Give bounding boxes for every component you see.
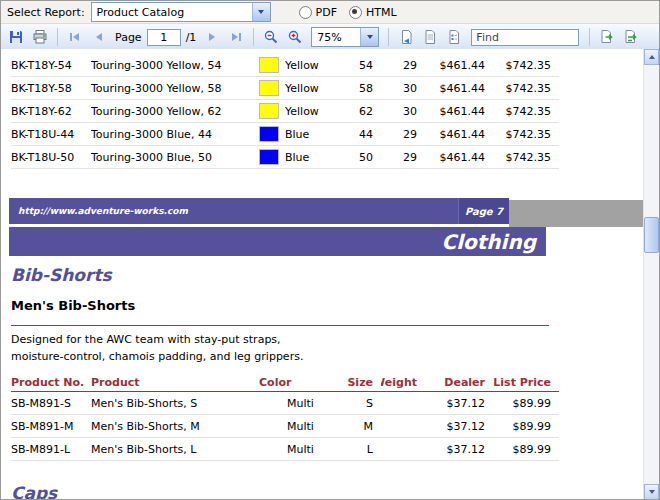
next-page-button[interactable] — [201, 27, 223, 47]
page-footer-bar: http://www.adventure-works.com Page 7 — [9, 198, 509, 224]
column-header: Weight — [381, 374, 425, 391]
save-button[interactable] — [5, 27, 27, 47]
scroll-down-icon — [649, 490, 655, 494]
size: S — [345, 392, 381, 414]
find-icon — [599, 29, 615, 45]
print-layout-button[interactable] — [395, 27, 417, 47]
category-title: Clothing — [442, 230, 536, 254]
color: Blue — [285, 146, 345, 168]
dropdown-arrow-icon[interactable] — [252, 3, 270, 21]
page7-table: BK-T18Y-54 Touring-3000 Yellow, 54 Yello… — [1, 54, 644, 169]
dealer-price: $461.44 — [425, 100, 493, 122]
size: 62 — [345, 100, 381, 122]
report-toolbar: Page /1 75% — [1, 24, 659, 51]
find-next-button[interactable] — [620, 27, 642, 47]
first-page-button[interactable] — [64, 27, 86, 47]
product: Men's Bib-Shorts, L — [91, 438, 259, 460]
dealer-price: $461.44 — [425, 123, 493, 145]
list-price: $89.99 — [493, 438, 559, 460]
list-price: $742.35 — [493, 77, 559, 99]
page-setup-button[interactable] — [419, 27, 441, 47]
size: 44 — [345, 123, 381, 145]
page-gap — [509, 200, 644, 227]
product: Touring-3000 Yellow, 54 — [91, 54, 259, 76]
print-icon — [32, 29, 48, 45]
product: Touring-3000 Yellow, 62 — [91, 100, 259, 122]
description-line: moisture-control, chamois padding, and l… — [11, 348, 644, 365]
toolbar-separator — [388, 28, 389, 46]
pdf-radio-label[interactable]: PDF — [316, 6, 337, 19]
zoom-in-button[interactable] — [284, 27, 306, 47]
dealer-price: $461.44 — [425, 54, 493, 76]
toolbar-separator — [253, 28, 254, 46]
weight: 29 — [381, 54, 425, 76]
description-line: Designed for the AWC team with stay-put … — [11, 331, 644, 348]
zoom-out-button[interactable] — [260, 27, 282, 47]
dealer-price: $37.12 — [425, 415, 493, 437]
zoom-out-icon — [263, 29, 279, 45]
find-button[interactable] — [596, 27, 618, 47]
swatch-cell — [259, 146, 285, 168]
table-row: SB-M891-M Men's Bib-Shorts, M Multi M $3… — [11, 415, 559, 438]
list-price: $89.99 — [493, 415, 559, 437]
first-page-icon — [67, 29, 83, 45]
size: L — [345, 438, 381, 460]
color-swatch — [259, 57, 279, 73]
product-no: BK-T18Y-58 — [11, 77, 91, 99]
product: Touring-3000 Yellow, 58 — [91, 77, 259, 99]
column-header: Product — [91, 374, 259, 391]
last-page-button[interactable] — [225, 27, 247, 47]
report-select[interactable]: Product Catalog — [91, 2, 271, 22]
product-no: BK-T18U-50 — [11, 146, 91, 168]
product: Touring-3000 Blue, 50 — [91, 146, 259, 168]
table-header-row: Product No. Product Color Size Weight De… — [11, 374, 559, 392]
page-total-label: /1 — [186, 31, 197, 44]
divider-line — [11, 325, 549, 326]
toolbar-separator — [589, 28, 590, 46]
color: Multi — [259, 438, 345, 460]
table-row: SB-M891-L Men's Bib-Shorts, L Multi L $3… — [11, 438, 559, 461]
page-footer-band: http://www.adventure-works.com Page 7 — [1, 198, 644, 224]
scroll-up-button[interactable] — [644, 49, 659, 65]
scrollbar-thumb[interactable] — [644, 217, 659, 253]
find-input[interactable] — [471, 29, 579, 46]
select-report-bar: Select Report: Product Catalog PDF HTML — [1, 1, 659, 24]
vertical-scrollbar[interactable] — [643, 49, 659, 500]
column-header: List Price — [493, 374, 559, 391]
table-row: BK-T18U-44 Touring-3000 Blue, 44 Blue 44… — [11, 123, 559, 146]
dealer-price: $461.44 — [425, 146, 493, 168]
scroll-up-icon — [649, 55, 655, 59]
dealer-price: $37.12 — [425, 438, 493, 460]
column-header: Product No. — [11, 374, 91, 391]
next-section-title: Caps — [11, 483, 644, 500]
scroll-down-button[interactable] — [644, 484, 659, 500]
list-price: $742.35 — [493, 54, 559, 76]
column-header: Size — [345, 374, 381, 391]
report-viewer-window: { "select_bar": { "label": "Select Repor… — [0, 0, 660, 500]
select-report-label: Select Report: — [7, 6, 85, 19]
size: 50 — [345, 146, 381, 168]
prev-page-button[interactable] — [88, 27, 110, 47]
html-radio[interactable] — [349, 6, 362, 19]
zoom-in-icon — [287, 29, 303, 45]
dropdown-arrow-icon[interactable] — [360, 28, 378, 46]
column-header: Color — [259, 374, 345, 391]
weight: 29 — [381, 146, 425, 168]
swatch-cell — [259, 77, 285, 99]
table-row: BK-T18Y-62 Touring-3000 Yellow, 62 Yello… — [11, 100, 559, 123]
html-radio-label[interactable]: HTML — [366, 6, 397, 19]
weight: 29 — [381, 123, 425, 145]
document-map-icon — [446, 29, 462, 45]
document-map-button[interactable] — [443, 27, 465, 47]
size: 58 — [345, 77, 381, 99]
table-row: BK-T18U-50 Touring-3000 Blue, 50 Blue 50… — [11, 146, 559, 169]
toolbar-separator — [57, 28, 58, 46]
size: M — [345, 415, 381, 437]
weight — [381, 392, 425, 414]
product-no: SB-M891-S — [11, 392, 91, 414]
page-number-input[interactable] — [147, 29, 181, 46]
dealer-price: $461.44 — [425, 77, 493, 99]
pdf-radio[interactable] — [299, 6, 312, 19]
zoom-select[interactable]: 75% — [311, 27, 379, 47]
print-button[interactable] — [29, 27, 51, 47]
